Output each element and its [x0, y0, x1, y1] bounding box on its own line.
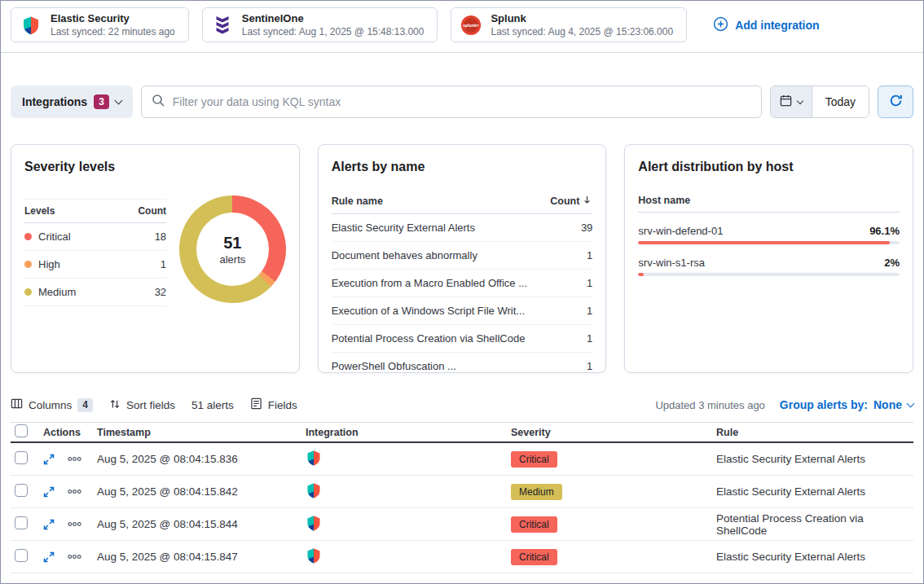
- rule-count: 1: [587, 277, 592, 289]
- severity-donut: 51 alerts: [179, 195, 286, 303]
- plus-circle-icon: [713, 16, 728, 34]
- integration-name: SentinelOne: [242, 12, 425, 24]
- severity-donut-center: 51 alerts: [196, 213, 269, 286]
- alerts-table-toolbar: Columns 4 Sort fields 51 alerts Fields U…: [11, 397, 913, 412]
- elastic-security-logo-icon: [306, 482, 511, 501]
- integration-last-synced: Last synced: Aug 1, 2025 @ 15:48:13.000: [242, 26, 425, 37]
- severity-badge: Critical: [511, 516, 557, 533]
- integration-card-elastic-security[interactable]: Elastic Security Last synced: 22 minutes…: [11, 7, 189, 42]
- summary-panels: Severity levels Levels Count Critical 18…: [11, 144, 913, 373]
- date-picker-calendar-button[interactable]: [771, 86, 812, 117]
- integration-status-bar: Elastic Security Last synced: 22 minutes…: [1, 1, 923, 52]
- alert-row: Aug 5, 2025 @ 08:04:15.842 Medium Elasti…: [11, 476, 913, 508]
- alerts-by-name-row: Elastic Security External Alerts 39: [332, 214, 593, 242]
- host-bar-track: [638, 241, 900, 244]
- integration-card-text: Elastic Security Last synced: 22 minutes…: [51, 12, 175, 37]
- splunk-logo-icon: splunk>: [460, 14, 482, 37]
- rule-count: 1: [587, 249, 592, 261]
- row-checkbox[interactable]: [15, 516, 28, 529]
- svg-text:splunk>: splunk>: [464, 23, 480, 28]
- more-actions-icon[interactable]: [68, 554, 81, 560]
- fields-button[interactable]: Fields: [250, 397, 297, 412]
- kql-search-box[interactable]: [141, 86, 762, 118]
- rule-count: 39: [581, 222, 592, 234]
- date-picker: Today: [770, 86, 869, 118]
- select-all-checkbox[interactable]: [15, 424, 28, 437]
- host-percent: 2%: [884, 257, 900, 269]
- severity-level-label: High: [38, 258, 60, 270]
- date-picker-today-button[interactable]: Today: [812, 86, 869, 117]
- rule-name: Elastic Security External Alerts: [332, 222, 475, 234]
- expand-alert-icon[interactable]: [43, 454, 55, 465]
- column-header-severity: Severity: [511, 427, 716, 438]
- host-bar-fill[interactable]: [638, 273, 643, 276]
- integration-card-sentinelone[interactable]: SentinelOne Last synced: Aug 1, 2025 @ 1…: [202, 7, 438, 42]
- integration-name: Splunk: [491, 12, 673, 24]
- columns-button[interactable]: Columns 4: [11, 397, 93, 412]
- alert-timestamp: Aug 5, 2025 @ 08:04:15.847: [97, 551, 306, 563]
- refresh-button[interactable]: [878, 86, 913, 118]
- rule-name-column-header: Rule name: [332, 195, 383, 207]
- add-integration-button[interactable]: Add integration: [713, 16, 819, 34]
- columns-icon: [11, 397, 23, 412]
- alert-rule-name: Potential Process Creation via ShellCode: [716, 512, 913, 537]
- row-checkbox[interactable]: [15, 549, 28, 562]
- alert-timestamp: Aug 5, 2025 @ 08:04:15.842: [97, 485, 306, 498]
- columns-label: Columns: [29, 399, 72, 411]
- sort-fields-button[interactable]: Sort fields: [109, 398, 175, 412]
- integration-last-synced: Last synced: Aug 4, 2025 @ 15:23:06.000: [491, 26, 673, 37]
- severity-panel-title: Severity levels: [24, 160, 286, 174]
- host-name-column-header: Host name: [638, 189, 900, 213]
- integration-name: Elastic Security: [51, 12, 175, 24]
- elastic-security-logo-icon: [306, 515, 511, 534]
- severity-row-high: High 1: [24, 251, 166, 279]
- header-divider: [1, 52, 923, 53]
- expand-alert-icon[interactable]: [43, 486, 55, 498]
- search-icon: [152, 94, 165, 110]
- integrations-filter-label: Integrations: [22, 95, 87, 108]
- rule-count: 1: [587, 305, 592, 317]
- row-checkbox[interactable]: [15, 484, 28, 497]
- column-header-rule: Rule: [716, 427, 913, 438]
- severity-level-count: 18: [155, 231, 166, 243]
- host-bar-fill[interactable]: [638, 241, 889, 244]
- host-name: srv-win-s1-rsa: [638, 257, 705, 269]
- group-alerts-by-dropdown[interactable]: Group alerts by: None: [780, 398, 913, 411]
- severity-dot: [24, 233, 32, 240]
- severity-level-count: 1: [161, 258, 166, 270]
- columns-count-badge: 4: [77, 398, 93, 412]
- integrations-filter-button[interactable]: Integrations 3: [11, 86, 133, 118]
- rule-name: Potential Process Creation via ShellCode: [332, 332, 526, 345]
- alerts-table-header: Actions Timestamp Integration Severity R…: [11, 422, 913, 443]
- calendar-icon: [780, 94, 792, 109]
- alerts-by-name-row: Document behaves abnormally 1: [332, 242, 593, 270]
- kql-search-input[interactable]: [171, 94, 751, 109]
- filter-bar: Integrations 3 Today: [11, 86, 913, 118]
- expand-alert-icon[interactable]: [43, 519, 55, 530]
- severity-dot: [24, 261, 32, 268]
- rule-count: 1: [587, 332, 592, 345]
- rule-count: 1: [587, 360, 592, 372]
- severity-dot: [24, 288, 32, 296]
- alert-row: Aug 5, 2025 @ 08:04:15.847 Critical Elas…: [11, 541, 913, 573]
- rule-name: PowerShell Obfuscation ...: [332, 360, 456, 372]
- alert-distribution-by-host-panel: Alert distribution by host Host name srv…: [624, 144, 913, 373]
- more-actions-icon[interactable]: [68, 489, 81, 494]
- severity-row-critical: Critical 18: [24, 223, 166, 251]
- more-actions-icon[interactable]: [68, 521, 81, 527]
- elastic-security-logo-icon: [20, 14, 42, 37]
- alerts-by-name-row: Execution from a Macro Enabled Office ..…: [332, 270, 593, 297]
- row-checkbox[interactable]: [15, 451, 28, 464]
- more-actions-icon[interactable]: [68, 456, 81, 462]
- expand-alert-icon[interactable]: [43, 551, 55, 563]
- alert-row: Aug 5, 2025 @ 08:04:15.836 Critical Elas…: [11, 443, 913, 476]
- count-column-header[interactable]: Count: [550, 195, 592, 208]
- alert-timestamp: Aug 5, 2025 @ 08:04:15.844: [97, 518, 306, 530]
- refresh-icon: [889, 94, 903, 110]
- integration-card-splunk[interactable]: splunk> Splunk Last synced: Aug 4, 2025 …: [451, 7, 687, 42]
- host-name: srv-win-defend-01: [638, 225, 723, 237]
- column-header-integration: Integration: [306, 427, 511, 438]
- integration-card-text: Splunk Last synced: Aug 4, 2025 @ 15:23:…: [491, 12, 673, 37]
- alert-count-text: 51 alerts: [191, 399, 234, 411]
- alerts-table: Actions Timestamp Integration Severity R…: [11, 422, 913, 573]
